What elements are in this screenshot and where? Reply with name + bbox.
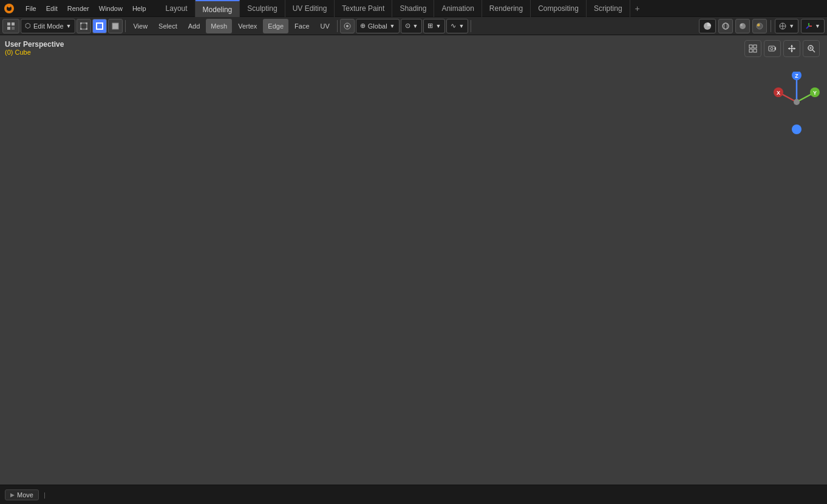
edge-menu[interactable]: Edge xyxy=(263,19,288,33)
window-menu[interactable]: Window xyxy=(94,1,128,16)
svg-rect-4 xyxy=(12,22,15,26)
svg-marker-85 xyxy=(791,45,793,47)
header-bar: ⬡ Edit Mode ▼ View Select Add Mesh Verte… xyxy=(0,17,827,35)
svg-point-103 xyxy=(792,124,801,134)
pan-btn[interactable] xyxy=(783,40,800,57)
workspace-tabs: File Edit Render Window Help Layout Mode… xyxy=(0,0,827,17)
divider-3 xyxy=(471,20,471,32)
uv-menu[interactable]: UV xyxy=(316,19,335,33)
svg-point-84 xyxy=(771,47,773,50)
add-workspace-button[interactable]: + xyxy=(630,4,645,13)
svg-rect-82 xyxy=(769,46,775,51)
divider-2 xyxy=(337,20,338,32)
face-menu[interactable]: Face xyxy=(290,19,314,33)
transform-label: Global xyxy=(368,22,387,30)
help-menu[interactable]: Help xyxy=(128,1,151,16)
svg-rect-6 xyxy=(12,27,15,30)
snap-dropdown-icon: ▼ xyxy=(435,23,441,29)
gizmo-dropdown-icon: ▼ xyxy=(815,23,820,29)
proportional-falloff[interactable]: ∿ ▼ xyxy=(446,19,468,33)
axis-indicator[interactable]: Z Y X xyxy=(772,72,815,114)
svg-rect-80 xyxy=(749,49,752,52)
overlay-buttons-row1 xyxy=(744,40,820,57)
select-menu[interactable]: Select xyxy=(154,19,182,33)
proportional-edit-btn[interactable] xyxy=(340,19,355,33)
zoom-btn[interactable] xyxy=(803,40,820,57)
svg-point-2 xyxy=(8,4,11,7)
gizmo-toggle[interactable]: ▼ xyxy=(801,19,825,33)
svg-rect-79 xyxy=(754,45,757,48)
triangle-icon: ▶ xyxy=(10,492,15,498)
tab-shading[interactable]: Shading xyxy=(392,0,434,17)
svg-point-102 xyxy=(794,99,800,105)
move-panel[interactable]: ▶ Move xyxy=(5,489,39,500)
svg-point-10 xyxy=(80,28,82,30)
blender-logo[interactable] xyxy=(2,2,16,15)
tab-scripting[interactable]: Scripting xyxy=(587,0,630,17)
vertex-menu[interactable]: Vertex xyxy=(233,19,262,33)
transform-icon: ⊕ xyxy=(360,22,366,30)
svg-point-20 xyxy=(740,24,743,26)
viewport-shading-solid[interactable] xyxy=(699,19,716,33)
falloff-dropdown-icon: ▼ xyxy=(458,23,464,29)
tab-texture-paint[interactable]: Texture Paint xyxy=(335,0,392,17)
tab-uv-editing[interactable]: UV Editing xyxy=(285,0,335,17)
status-bar: ▶ Move | xyxy=(0,485,827,504)
divider-4 xyxy=(771,20,771,32)
viewport-shading-material[interactable] xyxy=(735,19,750,33)
svg-rect-13 xyxy=(112,23,118,29)
svg-rect-78 xyxy=(749,45,752,48)
snap-icon: ⊞ xyxy=(427,22,433,30)
viewport-overlay-right xyxy=(744,40,820,57)
svg-text:Y: Y xyxy=(813,90,817,96)
viewport[interactable]: ★ User Perspective (0) Cube xyxy=(0,35,827,485)
vertex-select-btn[interactable] xyxy=(77,19,91,33)
tab-layout[interactable]: Layout xyxy=(158,0,196,17)
snapping[interactable]: ⊞ ▼ xyxy=(423,19,445,33)
move-label: Move xyxy=(17,491,33,499)
pivot-point[interactable]: ⊙ ▼ xyxy=(401,19,423,33)
viewport-shading-rendered[interactable] xyxy=(752,19,767,33)
divider-1 xyxy=(125,20,126,32)
svg-rect-81 xyxy=(754,49,757,52)
mesh-menu[interactable]: Mesh xyxy=(206,19,232,33)
overlay-toggle[interactable]: ▼ xyxy=(775,19,798,33)
svg-text:Z: Z xyxy=(795,73,798,79)
svg-line-29 xyxy=(806,26,809,29)
tab-compositing[interactable]: Compositing xyxy=(531,0,587,17)
transform-orientation[interactable]: ⊕ Global ▼ xyxy=(356,19,400,33)
edge-select-btn[interactable] xyxy=(92,19,107,33)
camera-view-btn[interactable] xyxy=(764,40,781,57)
pivot-icon: ⊙ xyxy=(405,22,410,30)
mode-label: Edit Mode xyxy=(33,22,64,30)
svg-marker-87 xyxy=(788,47,790,50)
svg-marker-86 xyxy=(791,50,793,52)
transform-dropdown-icon: ▼ xyxy=(390,23,395,29)
add-menu[interactable]: Add xyxy=(183,19,205,33)
view-menu[interactable]: View xyxy=(128,19,152,33)
svg-rect-7 xyxy=(81,23,87,29)
svg-point-15 xyxy=(346,25,349,27)
tab-animation[interactable]: Animation xyxy=(434,0,482,17)
svg-rect-12 xyxy=(97,23,103,29)
svg-point-11 xyxy=(86,28,87,30)
tab-sculpting[interactable]: Sculpting xyxy=(240,0,285,17)
svg-point-8 xyxy=(80,22,82,24)
tab-rendering[interactable]: Rendering xyxy=(482,0,531,17)
mode-dropdown-icon: ▼ xyxy=(66,23,72,29)
render-menu[interactable]: Render xyxy=(63,1,94,16)
svg-point-18 xyxy=(724,23,727,29)
falloff-icon: ∿ xyxy=(451,22,456,30)
viewport-shading-wire[interactable] xyxy=(718,19,733,33)
file-menu[interactable]: File xyxy=(21,1,41,16)
edit-menu[interactable]: Edit xyxy=(41,1,63,16)
pivot-dropdown-icon: ▼ xyxy=(413,23,418,29)
top-menus: File Edit Render Window Help xyxy=(21,1,151,16)
quad-view-btn[interactable] xyxy=(744,40,761,57)
editor-type-button[interactable] xyxy=(2,19,19,33)
tab-modeling[interactable]: Modeling xyxy=(196,0,240,17)
svg-marker-88 xyxy=(794,47,795,50)
mode-selector[interactable]: ⬡ Edit Mode ▼ xyxy=(21,19,75,33)
status-info: | xyxy=(44,491,46,499)
face-select-btn[interactable] xyxy=(108,19,123,33)
